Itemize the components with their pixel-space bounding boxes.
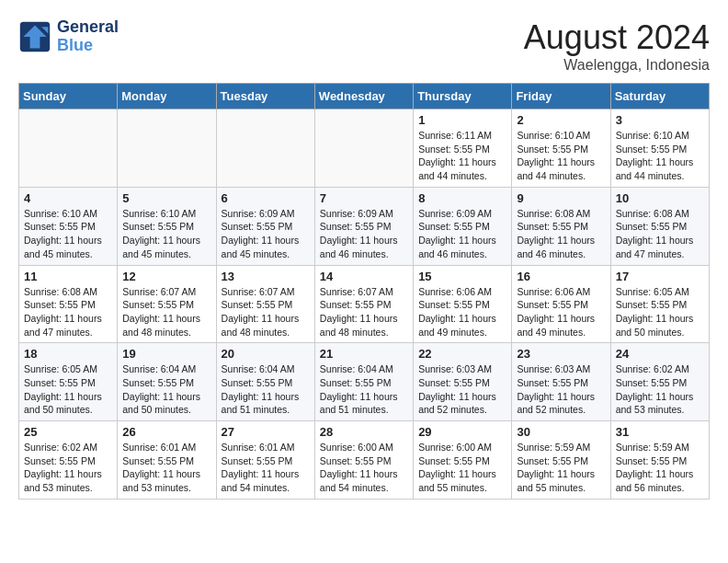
calendar-cell: 3Sunrise: 6:10 AM Sunset: 5:55 PM Daylig… [610,109,709,188]
calendar-week-2: 4Sunrise: 6:10 AM Sunset: 5:55 PM Daylig… [19,187,710,265]
calendar-cell: 20Sunrise: 6:04 AM Sunset: 5:55 PM Dayli… [216,343,314,421]
day-number: 27 [222,425,310,439]
calendar-cell: 9Sunrise: 6:08 AM Sunset: 5:55 PM Daylig… [512,187,610,265]
calendar-cell: 21Sunrise: 6:04 AM Sunset: 5:55 PM Dayli… [314,343,413,421]
calendar-cell: 12Sunrise: 6:07 AM Sunset: 5:55 PM Dayli… [118,265,216,343]
day-info: Sunrise: 6:00 AM Sunset: 5:55 PM Dayligh… [418,441,506,495]
calendar-cell: 2Sunrise: 6:10 AM Sunset: 5:55 PM Daylig… [512,109,610,188]
calendar-cell: 18Sunrise: 6:05 AM Sunset: 5:55 PM Dayli… [19,343,118,421]
calendar-cell: 16Sunrise: 6:06 AM Sunset: 5:55 PM Dayli… [512,265,610,343]
day-number: 13 [222,270,310,283]
day-info: Sunrise: 6:10 AM Sunset: 5:55 PM Dayligh… [517,129,605,183]
day-number: 1 [418,113,506,127]
day-number: 28 [320,425,408,439]
day-number: 29 [418,425,506,439]
day-info: Sunrise: 6:05 AM Sunset: 5:55 PM Dayligh… [24,362,112,417]
calendar-cell: 8Sunrise: 6:09 AM Sunset: 5:55 PM Daylig… [414,187,512,265]
day-number: 16 [517,270,605,283]
calendar-cell: 15Sunrise: 6:06 AM Sunset: 5:55 PM Dayli… [414,265,512,343]
calendar-cell: 17Sunrise: 6:05 AM Sunset: 5:55 PM Dayli… [610,265,709,343]
day-info: Sunrise: 6:09 AM Sunset: 5:55 PM Dayligh… [222,207,310,261]
day-info: Sunrise: 6:06 AM Sunset: 5:55 PM Dayligh… [517,285,605,339]
day-number: 10 [616,191,704,205]
day-number: 21 [320,347,408,361]
day-info: Sunrise: 6:04 AM Sunset: 5:55 PM Dayligh… [122,362,210,417]
weekday-friday: Friday [512,84,610,109]
day-info: Sunrise: 6:07 AM Sunset: 5:55 PM Dayligh… [122,285,210,339]
day-number: 22 [418,347,506,361]
day-number: 6 [222,191,310,205]
weekday-thursday: Thursday [414,84,512,109]
weekday-wednesday: Wednesday [314,84,413,109]
day-info: Sunrise: 6:02 AM Sunset: 5:55 PM Dayligh… [616,362,704,417]
day-info: Sunrise: 6:07 AM Sunset: 5:55 PM Dayligh… [222,285,310,339]
calendar-cell: 5Sunrise: 6:10 AM Sunset: 5:55 PM Daylig… [118,187,216,265]
weekday-sunday: Sunday [19,84,118,109]
calendar-cell: 13Sunrise: 6:07 AM Sunset: 5:55 PM Dayli… [216,265,314,343]
logo: General Blue [18,18,119,55]
day-info: Sunrise: 6:01 AM Sunset: 5:55 PM Dayligh… [222,441,310,495]
day-info: Sunrise: 6:05 AM Sunset: 5:55 PM Dayligh… [616,285,704,339]
calendar-cell: 30Sunrise: 5:59 AM Sunset: 5:55 PM Dayli… [512,421,610,500]
calendar-cell [216,109,314,188]
day-info: Sunrise: 6:08 AM Sunset: 5:55 PM Dayligh… [24,285,112,339]
calendar-cell: 31Sunrise: 5:59 AM Sunset: 5:55 PM Dayli… [610,421,709,500]
day-info: Sunrise: 6:02 AM Sunset: 5:55 PM Dayligh… [24,441,112,495]
calendar-cell [118,109,216,188]
calendar-week-5: 25Sunrise: 6:02 AM Sunset: 5:55 PM Dayli… [19,421,710,500]
day-number: 17 [616,270,704,283]
logo-icon [18,20,51,53]
location: Waelengga, Indonesia [524,57,710,74]
page-header: General Blue August 2024 Waelengga, Indo… [18,18,710,74]
title-block: August 2024 Waelengga, Indonesia [524,18,710,74]
day-number: 11 [24,270,112,283]
day-number: 8 [418,191,506,205]
weekday-monday: Monday [118,84,216,109]
day-info: Sunrise: 6:08 AM Sunset: 5:55 PM Dayligh… [517,207,605,261]
day-number: 23 [517,347,605,361]
day-info: Sunrise: 6:11 AM Sunset: 5:55 PM Dayligh… [418,129,506,183]
day-info: Sunrise: 6:09 AM Sunset: 5:55 PM Dayligh… [320,207,408,261]
day-number: 2 [517,113,605,127]
day-info: Sunrise: 6:04 AM Sunset: 5:55 PM Dayligh… [222,362,310,417]
weekday-header-row: SundayMondayTuesdayWednesdayThursdayFrid… [19,84,710,109]
calendar-cell: 27Sunrise: 6:01 AM Sunset: 5:55 PM Dayli… [216,421,314,500]
calendar-cell: 4Sunrise: 6:10 AM Sunset: 5:55 PM Daylig… [19,187,118,265]
calendar-table: SundayMondayTuesdayWednesdayThursdayFrid… [18,83,710,500]
day-number: 20 [222,347,310,361]
day-info: Sunrise: 6:06 AM Sunset: 5:55 PM Dayligh… [418,285,506,339]
day-info: Sunrise: 5:59 AM Sunset: 5:55 PM Dayligh… [616,441,704,495]
calendar-cell: 24Sunrise: 6:02 AM Sunset: 5:55 PM Dayli… [610,343,709,421]
day-number: 4 [24,191,112,205]
day-info: Sunrise: 6:10 AM Sunset: 5:55 PM Dayligh… [24,207,112,261]
month-title: August 2024 [524,18,710,57]
day-info: Sunrise: 6:09 AM Sunset: 5:55 PM Dayligh… [418,207,506,261]
day-info: Sunrise: 6:03 AM Sunset: 5:55 PM Dayligh… [418,362,506,417]
day-info: Sunrise: 5:59 AM Sunset: 5:55 PM Dayligh… [517,441,605,495]
day-number: 18 [24,347,112,361]
day-number: 12 [122,270,210,283]
day-info: Sunrise: 6:01 AM Sunset: 5:55 PM Dayligh… [122,441,210,495]
calendar-cell [19,109,118,188]
calendar-cell: 22Sunrise: 6:03 AM Sunset: 5:55 PM Dayli… [414,343,512,421]
day-number: 30 [517,425,605,439]
day-number: 14 [320,270,408,283]
day-number: 25 [24,425,112,439]
calendar-cell: 10Sunrise: 6:08 AM Sunset: 5:55 PM Dayli… [610,187,709,265]
day-number: 24 [616,347,704,361]
calendar-cell: 28Sunrise: 6:00 AM Sunset: 5:55 PM Dayli… [314,421,413,500]
calendar-cell: 7Sunrise: 6:09 AM Sunset: 5:55 PM Daylig… [314,187,413,265]
calendar-cell: 11Sunrise: 6:08 AM Sunset: 5:55 PM Dayli… [19,265,118,343]
day-info: Sunrise: 6:04 AM Sunset: 5:55 PM Dayligh… [320,362,408,417]
day-number: 19 [122,347,210,361]
day-number: 31 [616,425,704,439]
day-info: Sunrise: 6:07 AM Sunset: 5:55 PM Dayligh… [320,285,408,339]
calendar-cell: 14Sunrise: 6:07 AM Sunset: 5:55 PM Dayli… [314,265,413,343]
day-info: Sunrise: 6:10 AM Sunset: 5:55 PM Dayligh… [122,207,210,261]
day-number: 15 [418,270,506,283]
calendar-cell: 25Sunrise: 6:02 AM Sunset: 5:55 PM Dayli… [19,421,118,500]
calendar-cell: 26Sunrise: 6:01 AM Sunset: 5:55 PM Dayli… [118,421,216,500]
day-info: Sunrise: 6:00 AM Sunset: 5:55 PM Dayligh… [320,441,408,495]
calendar-week-4: 18Sunrise: 6:05 AM Sunset: 5:55 PM Dayli… [19,343,710,421]
calendar-cell: 23Sunrise: 6:03 AM Sunset: 5:55 PM Dayli… [512,343,610,421]
